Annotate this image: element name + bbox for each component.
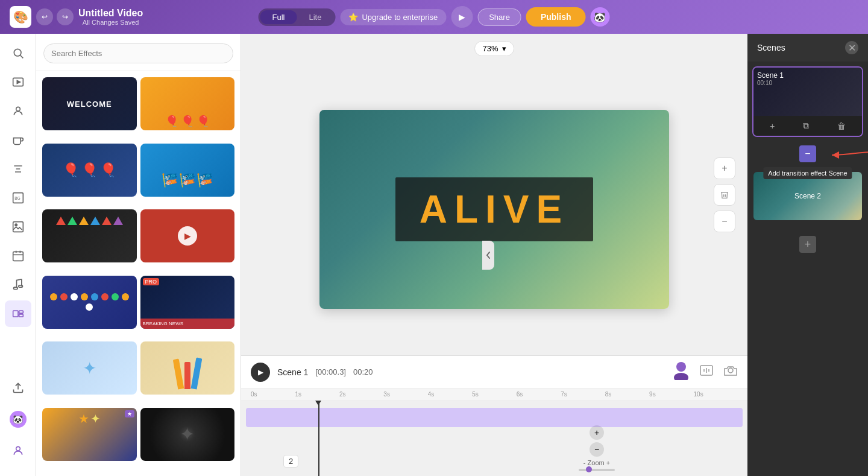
scene2-thumbnail: Scene 2 [753, 172, 862, 220]
timeline-track [241, 401, 747, 476]
add-scene1-button[interactable]: + [765, 119, 779, 133]
ruler-mark-0s: 0s [251, 391, 295, 398]
canvas-text: ALIVE [420, 187, 569, 232]
ruler-mark-2s: 2s [339, 391, 383, 398]
sidebar-item-upload[interactable] [5, 375, 31, 401]
sidebar-item-coffee[interactable] [5, 127, 31, 153]
transition-container: − Add transition effect Scene [747, 142, 868, 166]
media-player-icon[interactable] [699, 363, 714, 381]
effect-item-garlands[interactable] [42, 209, 137, 262]
effect-item-news[interactable]: PRO BREAKING NEWS [140, 276, 235, 329]
svg-point-4 [16, 107, 20, 111]
sidebar-item-text[interactable] [5, 156, 31, 182]
header-center: Full Lite ⭐ Upgrade to enterprise ▶ Shar… [259, 6, 610, 28]
sidebar-item-avatar[interactable] [5, 98, 31, 124]
share-button[interactable]: Share [477, 8, 521, 26]
effects-panel: WELCOME 🎈🎈🎈 🎈🎈🎈 🎏🎏🎏 [36, 34, 241, 476]
ruler-mark-10s: 10s [694, 391, 738, 398]
effect-item-burst[interactable]: ✦ [42, 341, 137, 395]
collapse-button[interactable]: − [714, 211, 735, 232]
effect-item-golden[interactable]: ★ ★ ✦ [42, 408, 137, 461]
zoom-control[interactable]: 73% ▾ [474, 41, 514, 56]
effect-item-dots[interactable] [42, 276, 137, 329]
sidebar-item-user-profile[interactable]: 🐼 [5, 406, 31, 433]
effect-item-orange[interactable]: 🎈🎈🎈 [140, 77, 235, 130]
save-status: All Changes Saved [83, 19, 139, 26]
svg-point-0 [14, 49, 21, 56]
scenes-header: Scenes ✕ [747, 34, 868, 62]
sidebar-item-effects[interactable] [5, 300, 31, 327]
delete-scene1-button[interactable]: 🗑 [832, 119, 851, 133]
publish-button[interactable]: Publish [526, 7, 586, 27]
logo-button[interactable]: 🎨 [10, 6, 31, 28]
effects-grid: WELCOME 🎈🎈🎈 🎈🎈🎈 🎏🎏🎏 [36, 71, 241, 476]
scene1-actions: + ⧉ 🗑 [753, 116, 862, 136]
sidebar: BG 🐼 [0, 34, 36, 476]
sidebar-item-user-alt[interactable] [5, 437, 31, 464]
effect-item-pencils[interactable] [140, 341, 235, 395]
sidebar-item-media[interactable] [5, 69, 31, 95]
play-icon: ▶ [258, 368, 263, 376]
zoom-value: 73% [482, 44, 498, 53]
scene1-name: Scene 1 [757, 71, 784, 80]
timeline-total-time: 00:20 [353, 367, 373, 376]
sidebar-item-bg[interactable]: BG [5, 185, 31, 211]
svg-point-24 [728, 368, 733, 373]
playhead[interactable] [318, 401, 319, 476]
copy-scene1-button[interactable]: ⧉ [798, 118, 814, 133]
camera-icon[interactable] [723, 363, 738, 381]
timeline-clip[interactable] [246, 408, 743, 427]
scene1-thumbnail: Scene 1 00:10 [753, 68, 862, 116]
zoom-slider-thumb[interactable] [586, 466, 592, 472]
zoom-label: - Zoom + [583, 459, 610, 466]
canvas-side-controls: + − [714, 157, 735, 232]
preview-button[interactable]: ▶ [451, 6, 473, 28]
transition-effect-button[interactable]: − [799, 145, 816, 162]
zoom-minus-button[interactable]: − [590, 442, 604, 457]
news-bar: BREAKING NEWS [140, 319, 235, 329]
undo-button[interactable]: ↩ [36, 8, 53, 25]
scenes-panel: Scenes ✕ Scene 1 00:10 + ⧉ 🗑 − [747, 34, 868, 476]
svg-rect-7 [13, 222, 23, 232]
effect-item-welcome[interactable]: WELCOME [42, 77, 137, 130]
sidebar-item-search[interactable] [5, 40, 31, 66]
full-mode-button[interactable]: Full [260, 10, 297, 24]
timeline-ruler: 0s 1s 2s 3s 4s 5s 6s 7s 8s 9s 10s [241, 389, 747, 401]
video-canvas: ALIVE [319, 110, 669, 309]
scenes-close-button[interactable]: ✕ [845, 41, 858, 54]
svg-rect-13 [13, 311, 17, 317]
effect-item-play[interactable]: ▶ [140, 209, 235, 262]
scene1-time: 00:10 [757, 80, 772, 86]
ruler-mark-8s: 8s [605, 391, 649, 398]
avatar-icon[interactable] [673, 361, 690, 383]
sidebar-item-music[interactable] [5, 271, 31, 298]
header-left: 🎨 ↩ ↪ Untitled Video All Changes Saved [10, 6, 143, 28]
sidebar-item-image[interactable] [5, 214, 31, 240]
zoom-plus-button[interactable]: + [590, 425, 604, 440]
search-input[interactable] [43, 43, 233, 63]
star-icon: ⭐ [348, 13, 358, 22]
collapse-panel-button[interactable] [482, 241, 494, 270]
lite-mode-button[interactable]: Lite [297, 10, 333, 24]
text-overlay: ALIVE [395, 177, 593, 241]
delete-element-button[interactable] [714, 184, 735, 206]
canvas-area: 73% ▾ ALIVE + − [241, 34, 747, 355]
svg-point-19 [674, 373, 688, 380]
sidebar-item-calendar[interactable] [5, 243, 31, 269]
effect-item-balloons[interactable]: 🎈🎈🎈 [42, 144, 137, 197]
zoom-slider[interactable] [579, 469, 615, 471]
effect-item-flags[interactable]: 🎏🎏🎏 [140, 144, 235, 197]
timeline-icon-group [673, 361, 738, 383]
scene-item-1[interactable]: Scene 1 00:10 + ⧉ 🗑 [752, 66, 863, 137]
timeline-play-button[interactable]: ▶ [251, 363, 270, 382]
zoom-controls-bottom: + − - Zoom + [579, 425, 615, 471]
add-element-button[interactable]: + [714, 157, 735, 179]
user-avatar[interactable]: 🐼 [590, 7, 609, 27]
enterprise-button[interactable]: ⭐ Upgrade to enterprise [340, 9, 446, 25]
play-icon: ▶ [459, 12, 465, 22]
effect-item-dark-burst[interactable]: ✦ [140, 408, 235, 461]
redo-button[interactable]: ↪ [57, 8, 74, 25]
timeline-scene-label: Scene 1 [277, 367, 308, 377]
add-scene-button[interactable]: + [799, 236, 816, 253]
header: 🎨 ↩ ↪ Untitled Video All Changes Saved F… [0, 0, 868, 34]
